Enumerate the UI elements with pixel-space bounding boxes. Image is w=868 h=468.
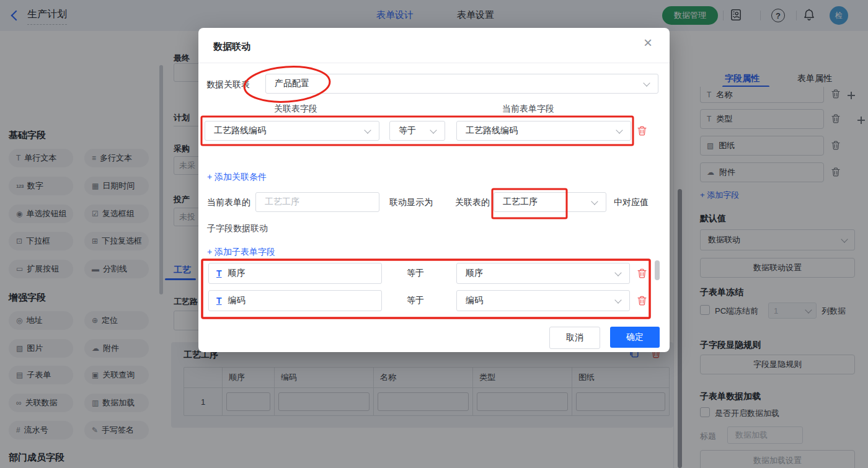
condition-right-value: 工艺路线编码: [466, 125, 518, 136]
relation-table-label: 数据关联表: [206, 79, 250, 91]
close-icon[interactable]: ×: [644, 37, 652, 49]
related-table-label: 关联表的: [455, 197, 490, 208]
chevron-down-icon: [591, 198, 598, 205]
current-form-field-input[interactable]: 工艺工序: [255, 192, 379, 212]
form-designer-app: 生产计划 表单设计 表单设置 数据管理 ? 检 ⊘ 表单外链 ⊠ 后端脚本 ⊟ …: [0, 0, 868, 468]
column-label-current-field: 当前表单字段: [502, 104, 554, 115]
subfield-rows-container: T 顺序 等于 顺序 T 编码 等于 编码: [198, 259, 657, 318]
modal-title: 数据联动: [213, 41, 250, 53]
confirm-button[interactable]: 确定: [610, 327, 660, 348]
subfield-value-select[interactable]: 顺序: [456, 263, 630, 284]
chevron-down-icon: [643, 79, 650, 86]
trash-icon[interactable]: [637, 268, 647, 281]
subfield-field-value: 编码: [228, 295, 246, 306]
column-label-related-field: 关联表字段: [274, 104, 317, 115]
chevron-down-icon: [614, 296, 621, 303]
subfield-select-value: 编码: [466, 295, 483, 306]
cancel-button[interactable]: 取消: [549, 327, 600, 349]
current-form-prefix-label: 当前表单的: [207, 197, 250, 208]
subfield-row-field[interactable]: T 编码: [208, 290, 382, 311]
single-text-icon: T: [216, 296, 222, 306]
chevron-down-icon: [430, 126, 436, 133]
subfield-row-field[interactable]: T 顺序: [208, 263, 382, 284]
add-subfield-link[interactable]: + 添加子表单字段: [207, 247, 275, 258]
subfield-field-value: 顺序: [228, 268, 246, 279]
chevron-down-icon: [614, 269, 621, 276]
current-form-field-value: 工艺工序: [265, 196, 299, 208]
chevron-down-icon: [364, 126, 371, 133]
condition-left-select[interactable]: 工艺路线编码: [205, 121, 379, 141]
trash-icon[interactable]: [637, 126, 647, 138]
modal-scrollbar[interactable]: [655, 260, 660, 280]
subfield-value-select[interactable]: 编码: [456, 290, 630, 311]
add-condition-link[interactable]: + 添加关联条件: [207, 172, 267, 183]
condition-operator-value: 等于: [399, 125, 416, 136]
corresponding-value-label: 中对应值: [614, 197, 649, 208]
condition-operator-select[interactable]: 等于: [389, 121, 445, 141]
subfield-operator: 等于: [407, 268, 424, 279]
single-text-icon: T: [216, 268, 222, 278]
relation-table-value: 产品配置: [275, 78, 309, 89]
data-linkage-modal: 数据联动 × 数据关联表 产品配置 关联表字段 当前表单字段 工艺路线编码 等于…: [198, 28, 670, 352]
related-field-value: 工艺工序: [503, 196, 538, 208]
modal-header-divider: [198, 63, 670, 63]
subfield-value-select-partial[interactable]: [456, 317, 630, 318]
subfield-row-field-partial[interactable]: [208, 317, 382, 318]
chevron-down-icon: [616, 126, 622, 133]
subfield-select-value: 顺序: [466, 268, 483, 279]
trash-icon[interactable]: [637, 296, 647, 308]
relation-table-select[interactable]: 产品配置: [265, 74, 658, 94]
linkage-display-label: 联动显示为: [389, 197, 433, 208]
subfield-operator: 等于: [407, 295, 424, 306]
subfield-section-title: 子字段数据联动: [207, 223, 268, 234]
related-field-select[interactable]: 工艺工序: [494, 192, 606, 212]
condition-left-value: 工艺路线编码: [214, 125, 266, 136]
condition-right-select[interactable]: 工艺路线编码: [456, 121, 631, 141]
